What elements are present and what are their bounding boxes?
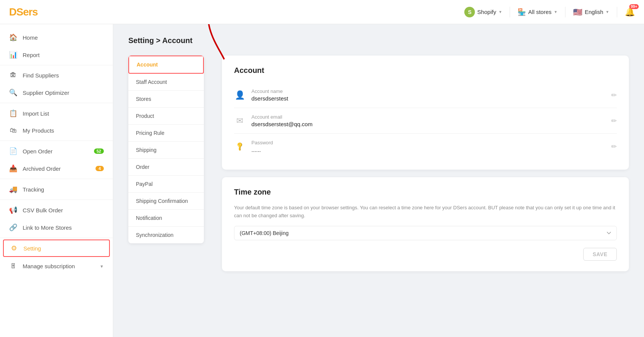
sidebar-item-csv-bulk-order[interactable]: 📢 CSV Bulk Order	[0, 201, 113, 219]
csv-bulk-order-icon: 📢	[9, 206, 17, 214]
sidebar-item-archived-order[interactable]: 📥 Archived Order 4	[0, 160, 113, 177]
shopify-chevron-icon: ▼	[498, 10, 502, 14]
settings-menu-label-account: Account	[137, 62, 158, 68]
sidebar-item-import-list[interactable]: 📋 Import List	[0, 105, 113, 122]
my-products-icon: 🛍	[9, 127, 17, 134]
settings-menu-label-staff-account: Staff Account	[136, 79, 167, 85]
manage-subscription-icon: 🎚	[9, 262, 17, 270]
save-button[interactable]: SAVE	[583, 248, 617, 261]
settings-menu-item-shipping[interactable]: Shipping	[128, 142, 204, 159]
sidebar-label-home: Home	[23, 34, 104, 41]
tracking-icon: 🚚	[9, 185, 17, 193]
sidebar-label-open-order: Open Order	[23, 148, 89, 155]
settings-menu-item-pricing-rule[interactable]: Pricing Rule	[128, 125, 204, 142]
sidebar-label-link-to-more-stores: Link to More Stores	[23, 224, 104, 231]
account-panel: Account 👤 Account name dsersdserstest ✏ …	[222, 56, 629, 271]
stores-chevron-icon: ▼	[554, 10, 558, 14]
timezone-description: Your default time zone is based on your …	[234, 204, 617, 220]
header-divider-3	[617, 7, 617, 17]
flag-icon: 🇺🇸	[573, 8, 582, 17]
sidebar-label-report: Report	[23, 52, 104, 58]
settings-menu-item-order[interactable]: Order	[128, 159, 204, 176]
sidebar-item-open-order[interactable]: 📄 Open Order 52	[0, 142, 113, 160]
header-right: S Shopify ▼ 🏪 All stores ▼ 🇺🇸 English ▼ …	[464, 7, 635, 17]
settings-menu-label-order: Order	[136, 164, 149, 170]
sidebar-item-tracking[interactable]: 🚚 Tracking	[0, 181, 113, 198]
sidebar-label-my-products: My Products	[23, 127, 104, 134]
settings-menu-label-product: Product	[136, 113, 154, 119]
account-name-content: Account name dsersdserstest	[251, 88, 605, 102]
header-divider-2	[565, 7, 565, 17]
setting-icon: ⚙	[10, 244, 18, 252]
person-icon: 👤	[234, 90, 245, 100]
shopify-button[interactable]: S Shopify ▼	[464, 7, 502, 17]
sidebar-item-home[interactable]: 🏠 Home	[0, 29, 113, 46]
logo: DSers	[9, 6, 38, 18]
settings-menu-item-product[interactable]: Product	[128, 108, 204, 125]
settings-menu-item-synchronization[interactable]: Synchronization	[128, 227, 204, 243]
settings-menu-item-stores[interactable]: Stores	[128, 91, 204, 108]
settings-menu-item-staff-account[interactable]: Staff Account	[128, 74, 204, 91]
sidebar-label-archived-order: Archived Order	[23, 165, 90, 172]
report-icon: 📊	[9, 51, 17, 59]
store-icon: 🏪	[518, 8, 526, 16]
settings-menu-label-paypal: PayPal	[136, 181, 153, 187]
settings-menu-item-shipping-confirmation[interactable]: Shipping Confirmation	[128, 193, 204, 210]
all-stores-button[interactable]: 🏪 All stores ▼	[518, 8, 558, 16]
manage-subscription-chevron-icon: ▼	[100, 264, 104, 269]
header: DSers S Shopify ▼ 🏪 All stores ▼ 🇺🇸 Engl…	[0, 0, 644, 24]
open-order-badge: 52	[94, 148, 104, 154]
language-label: English	[585, 9, 603, 15]
settings-menu-label-shipping-confirmation: Shipping Confirmation	[136, 198, 188, 204]
language-button[interactable]: 🇺🇸 English ▼	[573, 8, 609, 17]
sidebar: 🏠 Home 📊 Report 🏚 Find Suppliers 🔍 Suppl…	[0, 24, 113, 337]
language-chevron-icon: ▼	[605, 10, 609, 14]
sidebar-label-import-list: Import List	[23, 110, 104, 117]
account-card-title: Account	[234, 66, 617, 75]
settings-menu-label-shipping: Shipping	[136, 147, 157, 153]
timezone-select[interactable]: (GMT+08:00) Beijing (GMT+00:00) UTC (GMT…	[234, 226, 617, 240]
account-password-edit-icon[interactable]: ✏	[611, 142, 617, 151]
sidebar-item-setting[interactable]: ⚙ Setting	[3, 240, 110, 257]
main-content: Setting > Account Account Staff Account …	[113, 24, 644, 337]
supplier-optimizer-icon: 🔍	[9, 88, 17, 97]
sidebar-item-find-suppliers[interactable]: 🏚 Find Suppliers	[0, 67, 113, 84]
archived-order-icon: 📥	[9, 164, 17, 173]
all-stores-label: All stores	[528, 9, 552, 15]
sidebar-label-manage-subscription: Manage subscription	[23, 263, 94, 269]
settings-menu-item-notification[interactable]: Notification	[128, 210, 204, 227]
account-email-edit-icon[interactable]: ✏	[611, 117, 617, 125]
account-email-label: Account email	[251, 114, 605, 120]
sidebar-label-csv-bulk-order: CSV Bulk Order	[23, 207, 104, 213]
sidebar-item-link-to-more-stores[interactable]: 🔗 Link to More Stores	[0, 219, 113, 236]
home-icon: 🏠	[9, 33, 17, 42]
sidebar-item-manage-subscription[interactable]: 🎚 Manage subscription ▼	[0, 258, 113, 275]
sidebar-item-report[interactable]: 📊 Report	[0, 46, 113, 63]
sidebar-item-my-products[interactable]: 🛍 My Products	[0, 122, 113, 139]
account-name-edit-icon[interactable]: ✏	[611, 91, 617, 99]
shopify-label: Shopify	[477, 9, 496, 15]
account-email-value: dsersdserstest@qq.com	[251, 121, 605, 127]
sidebar-item-supplier-optimizer[interactable]: 🔍 Supplier Optimizer	[0, 84, 113, 101]
content-body: Account Staff Account Stores Product Pri…	[128, 56, 629, 271]
notification-button[interactable]: 🔔 99+	[625, 7, 635, 17]
account-password-label: Password	[251, 140, 605, 145]
settings-menu-label-notification: Notification	[136, 215, 162, 221]
account-name-label: Account name	[251, 88, 605, 94]
save-row: SAVE	[234, 248, 617, 261]
email-icon: ✉	[234, 116, 245, 126]
account-card: Account 👤 Account name dsersdserstest ✏ …	[222, 56, 629, 170]
sidebar-label-tracking: Tracking	[23, 186, 104, 193]
sidebar-label-setting: Setting	[23, 245, 103, 252]
import-list-icon: 📋	[9, 109, 17, 117]
shopify-icon: S	[464, 7, 475, 17]
settings-menu-item-account[interactable]: Account	[128, 56, 204, 74]
header-divider-1	[510, 7, 510, 17]
find-suppliers-icon: 🏚	[9, 71, 17, 79]
settings-menu-item-paypal[interactable]: PayPal	[128, 176, 204, 193]
settings-submenu: Account Staff Account Stores Product Pri…	[128, 56, 204, 243]
settings-menu-label-pricing-rule: Pricing Rule	[136, 130, 164, 136]
sidebar-label-find-suppliers: Find Suppliers	[23, 72, 104, 79]
account-name-value: dsersdserstest	[251, 95, 605, 102]
notification-badge: 99+	[629, 4, 639, 9]
